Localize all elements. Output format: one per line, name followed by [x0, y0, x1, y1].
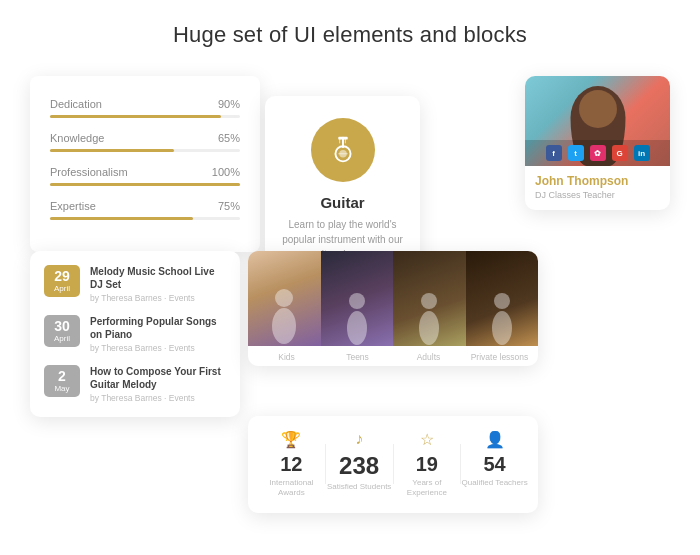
page-title: Huge set of UI elements and blocks — [0, 0, 700, 66]
progress-label-professionalism: Professionalism — [50, 166, 128, 178]
person-silhouette-kids — [268, 286, 300, 346]
progress-fill-professionalism — [50, 183, 240, 186]
progress-pct-dedication: 90% — [218, 98, 240, 110]
stat-item-students: ♪ 238 Satisfied Students — [326, 430, 393, 492]
event-info-0: Melody Music School Live DJ Set by There… — [90, 265, 226, 303]
photo-bg-adults — [393, 251, 466, 346]
event-meta-0: by Theresa Barnes · Events — [90, 293, 226, 303]
stat-label-students: Satisfied Students — [326, 482, 393, 492]
events-card: 29 April Melody Music School Live DJ Set… — [30, 251, 240, 417]
person-silhouette-private — [488, 291, 516, 346]
progress-fill-dedication — [50, 115, 221, 118]
event-date-box-2: 2 May — [44, 365, 80, 397]
photo-label-adults: Adults — [394, 352, 463, 362]
teacher-card: f t ✿ G in John Thompson DJ Classes Teac… — [525, 76, 670, 210]
event-month-0: April — [48, 284, 76, 293]
progress-track-professionalism — [50, 183, 240, 186]
event-item-0: 29 April Melody Music School Live DJ Set… — [44, 265, 226, 303]
photo-label-row: Kids Teens Adults Private lessons — [248, 346, 538, 366]
event-month-1: April — [48, 334, 76, 343]
teacher-name: John Thompson — [535, 174, 660, 188]
progress-label-dedication: Dedication — [50, 98, 102, 110]
photo-label-private: Private lessons — [465, 352, 534, 362]
event-date-box-0: 29 April — [44, 265, 80, 297]
stat-number-students: 238 — [326, 452, 393, 480]
photos-row — [248, 251, 538, 346]
event-title-0: Melody Music School Live DJ Set — [90, 265, 226, 291]
event-meta-1: by Theresa Barnes · Events — [90, 343, 226, 353]
twitter-icon[interactable]: t — [568, 145, 584, 161]
cards-area: Dedication 90% Knowledge 65% Professiona… — [0, 66, 700, 546]
svg-rect-4 — [339, 139, 340, 144]
progress-pct-professionalism: 100% — [212, 166, 240, 178]
stat-item-experience: ☆ 19 Years of Experience — [394, 430, 461, 499]
trophy-icon: 🏆 — [258, 430, 325, 449]
star-icon: ☆ — [394, 430, 461, 449]
progress-label-expertise: Expertise — [50, 200, 96, 212]
stat-item-teachers: 👤 54 Qualified Teachers — [461, 430, 528, 488]
music-note-icon: ♪ — [326, 430, 393, 448]
stats-card: 🏆 12 International Awards ♪ 238 Satisfie… — [248, 416, 538, 513]
stat-number-awards: 12 — [258, 453, 325, 476]
photo-label-teens: Teens — [323, 352, 392, 362]
event-meta-2: by Theresa Barnes · Events — [90, 393, 226, 403]
svg-point-12 — [421, 293, 437, 309]
svg-point-8 — [275, 289, 293, 307]
guitar-icon — [326, 133, 360, 167]
photo-label-kids: Kids — [252, 352, 321, 362]
svg-point-11 — [347, 311, 367, 345]
stat-item-awards: 🏆 12 International Awards — [258, 430, 325, 499]
instagram-icon[interactable]: ✿ — [590, 145, 606, 161]
facebook-icon[interactable]: f — [546, 145, 562, 161]
event-day-1: 30 — [48, 319, 76, 334]
event-date-box-1: 30 April — [44, 315, 80, 347]
progress-label-knowledge: Knowledge — [50, 132, 104, 144]
progress-fill-expertise — [50, 217, 193, 220]
progress-item-dedication: Dedication 90% — [50, 98, 240, 118]
event-item-1: 30 April Performing Popular Songs on Pia… — [44, 315, 226, 353]
teacher-info: John Thompson DJ Classes Teacher — [525, 166, 670, 210]
event-day-0: 29 — [48, 269, 76, 284]
event-info-2: How to Compose Your First Guitar Melody … — [90, 365, 226, 403]
event-month-2: May — [48, 384, 76, 393]
event-day-2: 2 — [48, 369, 76, 384]
svg-point-13 — [419, 311, 439, 345]
svg-rect-6 — [344, 139, 345, 144]
svg-rect-5 — [342, 139, 343, 144]
person-silhouette-adults — [415, 291, 443, 346]
svg-point-10 — [349, 293, 365, 309]
photo-thumb-adults[interactable] — [393, 251, 466, 346]
photo-thumb-teens[interactable] — [321, 251, 394, 346]
person-silhouette-teens — [343, 291, 371, 346]
progress-pct-knowledge: 65% — [218, 132, 240, 144]
svg-point-14 — [494, 293, 510, 309]
svg-point-9 — [272, 308, 296, 344]
photo-bg-private — [466, 251, 539, 346]
svg-point-15 — [492, 311, 512, 345]
photo-thumb-private[interactable] — [466, 251, 539, 346]
stat-label-teachers: Qualified Teachers — [461, 478, 528, 488]
event-title-1: Performing Popular Songs on Piano — [90, 315, 226, 341]
stat-label-awards: International Awards — [258, 478, 325, 499]
photo-bg-teens — [321, 251, 394, 346]
progress-fill-knowledge — [50, 149, 174, 152]
teacher-social-bar: f t ✿ G in — [525, 140, 670, 166]
progress-pct-expertise: 75% — [218, 200, 240, 212]
linkedin-icon[interactable]: in — [634, 145, 650, 161]
photo-bg-kids — [248, 251, 321, 346]
event-info-1: Performing Popular Songs on Piano by The… — [90, 315, 226, 353]
guitar-title: Guitar — [279, 194, 406, 211]
progress-item-professionalism: Professionalism 100% — [50, 166, 240, 186]
progress-item-expertise: Expertise 75% — [50, 200, 240, 220]
photo-thumb-kids[interactable] — [248, 251, 321, 346]
teacher-photo: f t ✿ G in — [525, 76, 670, 166]
google-icon[interactable]: G — [612, 145, 628, 161]
progress-track-dedication — [50, 115, 240, 118]
progress-item-knowledge: Knowledge 65% — [50, 132, 240, 152]
teacher-head — [579, 90, 617, 128]
stat-label-experience: Years of Experience — [394, 478, 461, 499]
progress-card: Dedication 90% Knowledge 65% Professiona… — [30, 76, 260, 252]
person-icon: 👤 — [461, 430, 528, 449]
stat-number-experience: 19 — [394, 453, 461, 476]
stat-number-teachers: 54 — [461, 453, 528, 476]
